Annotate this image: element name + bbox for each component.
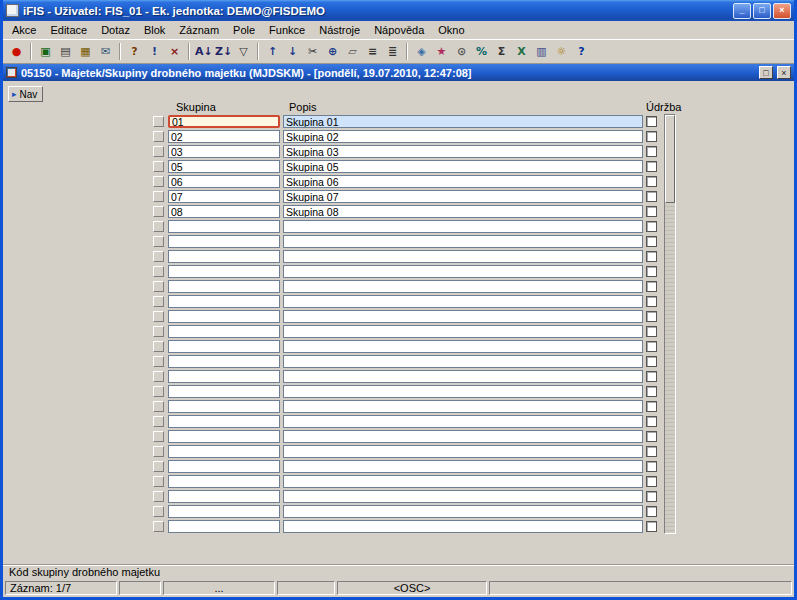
menu-item-okno[interactable]: Okno	[431, 22, 471, 38]
skupina-input[interactable]	[168, 235, 280, 248]
popis-input[interactable]	[283, 325, 643, 338]
related-windows-icon[interactable]: ◈	[412, 42, 431, 61]
udrzba-checkbox[interactable]	[646, 386, 657, 397]
skupina-input[interactable]	[168, 115, 280, 128]
udrzba-checkbox[interactable]	[646, 356, 657, 367]
popis-input[interactable]	[283, 340, 643, 353]
record-indicator[interactable]	[153, 191, 164, 202]
popis-input[interactable]	[283, 370, 643, 383]
cancel-query-icon[interactable]: ×	[165, 42, 184, 61]
popis-input[interactable]	[283, 130, 643, 143]
skupina-input[interactable]	[168, 190, 280, 203]
next-record-icon[interactable]: ↓	[283, 42, 302, 61]
maximize-button[interactable]: □	[753, 3, 771, 19]
help-icon[interactable]: ?	[572, 42, 591, 61]
skupina-input[interactable]	[168, 145, 280, 158]
record-indicator[interactable]	[153, 266, 164, 277]
menu-item-dotaz[interactable]: Dotaz	[94, 22, 137, 38]
skupina-input[interactable]	[168, 355, 280, 368]
clock-icon[interactable]: ⊙	[452, 42, 471, 61]
record-indicator[interactable]	[153, 416, 164, 427]
udrzba-checkbox[interactable]	[646, 281, 657, 292]
skupina-input[interactable]	[168, 295, 280, 308]
mail-icon[interactable]: ✉	[96, 42, 115, 61]
record-indicator[interactable]	[153, 131, 164, 142]
udrzba-checkbox[interactable]	[646, 401, 657, 412]
menu-item-blok[interactable]: Blok	[137, 22, 172, 38]
menu-item-napoveda[interactable]: Nápověda	[367, 22, 431, 38]
menu-item-funkce[interactable]: Funkce	[262, 22, 312, 38]
udrzba-checkbox[interactable]	[646, 131, 657, 142]
calculator-icon[interactable]: %	[472, 42, 491, 61]
popis-input[interactable]	[283, 250, 643, 263]
udrzba-checkbox[interactable]	[646, 416, 657, 427]
popis-input[interactable]	[283, 190, 643, 203]
edit-icon[interactable]: ▱	[343, 42, 362, 61]
popis-input[interactable]	[283, 145, 643, 158]
save-icon[interactable]: ▣	[36, 42, 55, 61]
udrzba-checkbox[interactable]	[646, 341, 657, 352]
popis-input[interactable]	[283, 235, 643, 248]
tip-icon[interactable]: ☼	[552, 42, 571, 61]
skupina-input[interactable]	[168, 415, 280, 428]
record-indicator[interactable]	[153, 386, 164, 397]
udrzba-checkbox[interactable]	[646, 116, 657, 127]
record-indicator[interactable]	[153, 431, 164, 442]
document-close-button[interactable]: ×	[777, 66, 791, 79]
sum-icon[interactable]: Σ	[492, 42, 511, 61]
skupina-input[interactable]	[168, 280, 280, 293]
popis-input[interactable]	[283, 295, 643, 308]
list-values-icon[interactable]: ≡	[363, 42, 382, 61]
record-indicator[interactable]	[153, 236, 164, 247]
udrzba-checkbox[interactable]	[646, 236, 657, 247]
record-indicator[interactable]	[153, 326, 164, 337]
skupina-input[interactable]	[168, 430, 280, 443]
skupina-input[interactable]	[168, 505, 280, 518]
excel-export-icon[interactable]: X	[512, 42, 531, 61]
open-icon[interactable]: ▦	[76, 42, 95, 61]
minimize-button[interactable]: _	[733, 3, 751, 19]
udrzba-checkbox[interactable]	[646, 206, 657, 217]
popis-input[interactable]	[283, 385, 643, 398]
skupina-input[interactable]	[168, 385, 280, 398]
popis-input[interactable]	[283, 175, 643, 188]
enter-query-icon[interactable]: ?	[125, 42, 144, 61]
popis-input[interactable]	[283, 415, 643, 428]
udrzba-checkbox[interactable]	[646, 221, 657, 232]
popis-input[interactable]	[283, 205, 643, 218]
record-indicator[interactable]	[153, 176, 164, 187]
menu-item-akce[interactable]: Akce	[5, 22, 43, 38]
record-indicator[interactable]	[153, 401, 164, 412]
menu-item-pole[interactable]: Pole	[226, 22, 262, 38]
udrzba-checkbox[interactable]	[646, 311, 657, 322]
popis-input[interactable]	[283, 115, 643, 128]
popis-input[interactable]	[283, 445, 643, 458]
popis-input[interactable]	[283, 355, 643, 368]
nav-button[interactable]: ▸ Nav	[8, 86, 43, 102]
udrzba-checkbox[interactable]	[646, 506, 657, 517]
filter-icon[interactable]: ▽	[234, 42, 253, 61]
popis-input[interactable]	[283, 505, 643, 518]
skupina-input[interactable]	[168, 340, 280, 353]
skupina-input[interactable]	[168, 400, 280, 413]
udrzba-checkbox[interactable]	[646, 431, 657, 442]
exit-icon[interactable]: ●	[7, 42, 26, 61]
prev-record-icon[interactable]: ↑	[263, 42, 282, 61]
cut-icon[interactable]: ✂	[303, 42, 322, 61]
record-indicator[interactable]	[153, 221, 164, 232]
record-indicator[interactable]	[153, 371, 164, 382]
skupina-input[interactable]	[168, 325, 280, 338]
scrollbar-thumb[interactable]	[665, 115, 675, 203]
udrzba-checkbox[interactable]	[646, 191, 657, 202]
record-indicator[interactable]	[153, 461, 164, 472]
skupina-input[interactable]	[168, 370, 280, 383]
detail-block-icon[interactable]: ≣	[383, 42, 402, 61]
skupina-input[interactable]	[168, 250, 280, 263]
skupina-input[interactable]	[168, 460, 280, 473]
skupina-input[interactable]	[168, 265, 280, 278]
udrzba-checkbox[interactable]	[646, 161, 657, 172]
popis-input[interactable]	[283, 490, 643, 503]
popis-input[interactable]	[283, 460, 643, 473]
record-indicator[interactable]	[153, 521, 164, 532]
skupina-input[interactable]	[168, 130, 280, 143]
